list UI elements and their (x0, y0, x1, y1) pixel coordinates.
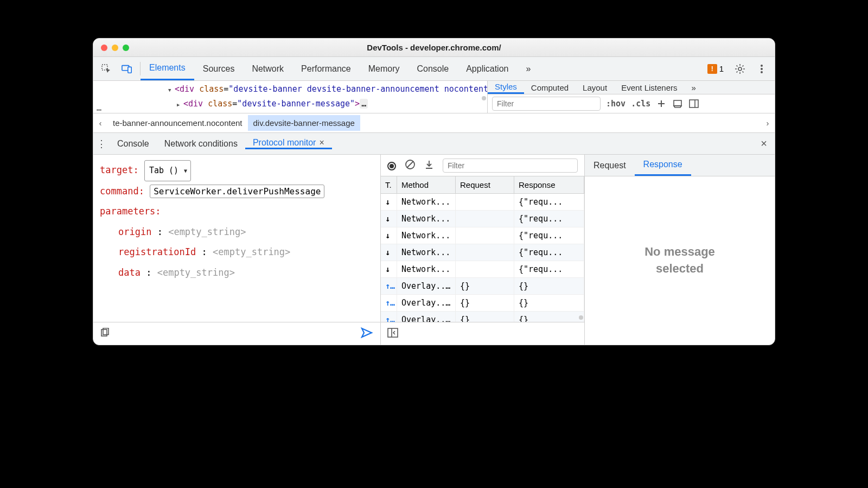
computed-styles-icon[interactable] (672, 98, 683, 109)
tab-application[interactable]: Application (457, 57, 517, 80)
crumb-scroll-left[interactable]: ‹ (93, 118, 107, 128)
download-icon[interactable] (424, 160, 434, 171)
toggle-detail-pane-icon[interactable] (387, 328, 398, 339)
message-detail-panel: Request Response No messageselected (585, 155, 775, 345)
message-method: Network... (397, 261, 456, 277)
device-toolbar-icon[interactable] (122, 64, 132, 74)
detail-tab-request[interactable]: Request (585, 155, 635, 176)
message-direction-icon: ↓ (381, 227, 397, 244)
message-row[interactable]: ↑↓Overlay....{}{} (381, 295, 584, 312)
drawer-tab-console[interactable]: Console (110, 139, 157, 149)
warnings-badge[interactable]: ! 1 (707, 64, 724, 74)
styles-tab-eventlisteners[interactable]: Event Listeners (614, 81, 684, 94)
message-response: {"requ... (514, 261, 584, 277)
main-toolbar: Elements Sources Network Performance Mem… (93, 57, 775, 81)
message-response: {"requ... (514, 244, 584, 261)
param-name: registrationId (118, 246, 196, 257)
svg-point-4 (761, 65, 763, 67)
close-tab-icon[interactable]: × (319, 138, 324, 148)
tab-elements[interactable]: Elements (141, 57, 194, 80)
clear-icon[interactable] (405, 159, 416, 172)
target-label: target: (100, 164, 139, 175)
dom-ellipsis: … (97, 103, 101, 113)
param-value[interactable]: <empty_string> (213, 246, 290, 257)
drawer-menu-icon[interactable]: ⋮ (93, 138, 110, 150)
svg-rect-8 (690, 100, 698, 107)
kebab-menu-icon[interactable] (756, 64, 767, 74)
cls-toggle[interactable]: .cls (631, 99, 650, 109)
message-response: {} (514, 278, 584, 294)
crumb-scroll-right[interactable]: › (761, 118, 775, 128)
message-method: Network... (397, 227, 456, 244)
close-window-button[interactable] (101, 45, 107, 51)
message-method: Network... (397, 244, 456, 261)
scrollbar-thumb[interactable] (482, 96, 486, 100)
message-request: {} (456, 278, 514, 294)
message-method: Network... (397, 211, 456, 227)
send-command-icon[interactable] (361, 327, 374, 340)
message-row[interactable]: ↑↓Overlay....{}{} (381, 278, 584, 295)
styles-tab-layout[interactable]: Layout (576, 81, 614, 94)
message-row[interactable]: ↓Network...{"requ... (381, 211, 584, 227)
styles-tab-styles[interactable]: Styles (488, 81, 524, 94)
message-direction-icon: ↑↓ (381, 312, 397, 322)
message-request (456, 244, 514, 261)
message-response: {} (514, 312, 584, 322)
drawer-tab-network-conditions[interactable]: Network conditions (157, 139, 245, 149)
new-style-rule-icon[interactable] (656, 98, 667, 109)
target-select[interactable]: Tab () (144, 160, 191, 181)
message-request (456, 194, 514, 210)
window-title: DevTools - developer.chrome.com/ (93, 43, 775, 52)
command-label: command: (100, 186, 144, 197)
tab-memory[interactable]: Memory (360, 57, 409, 80)
tab-console[interactable]: Console (408, 57, 457, 80)
messages-panel: T. Method Request Response ↓Network...{"… (381, 155, 585, 345)
param-value[interactable]: <empty_string> (157, 267, 235, 278)
message-response: {} (514, 295, 584, 311)
crumb-item[interactable]: te-banner-announcement.nocontent (107, 115, 248, 131)
message-method: Overlay.... (397, 312, 456, 322)
message-row[interactable]: ↓Network...{"requ... (381, 194, 584, 211)
svg-line-13 (407, 161, 413, 168)
tab-sources[interactable]: Sources (194, 57, 244, 80)
inspect-element-icon[interactable] (101, 64, 112, 74)
message-direction-icon: ↑↓ (381, 295, 397, 311)
styles-filter-input[interactable] (492, 97, 601, 111)
hov-toggle[interactable]: :hov (606, 99, 626, 109)
crumb-item-selected[interactable]: div.devsite-banner-message (248, 115, 360, 131)
message-row[interactable]: ↓Network...{"requ... (381, 244, 584, 261)
messages-header: T. Method Request Response (381, 176, 584, 194)
message-response: {"requ... (514, 227, 584, 244)
toggle-sidebar-icon[interactable] (688, 98, 699, 109)
message-row[interactable]: ↓Network...{"requ... (381, 227, 584, 244)
message-row[interactable]: ↑↓Overlay....{}{} (381, 312, 584, 322)
message-request (456, 211, 514, 227)
svg-point-5 (761, 68, 763, 70)
message-row[interactable]: ↓Network...{"requ... (381, 261, 584, 278)
svg-rect-7 (674, 100, 681, 106)
traffic-lights (101, 45, 129, 51)
message-direction-icon: ↓ (381, 194, 397, 210)
svg-point-3 (738, 67, 742, 71)
zoom-window-button[interactable] (123, 45, 129, 51)
settings-icon[interactable] (735, 64, 745, 74)
record-toggle-icon[interactable] (387, 161, 396, 170)
scrollbar-thumb[interactable] (579, 315, 583, 320)
tab-performance[interactable]: Performance (292, 57, 360, 80)
messages-filter-input[interactable] (443, 159, 578, 173)
copy-command-icon[interactable] (100, 328, 110, 340)
minimize-window-button[interactable] (112, 45, 118, 51)
tab-network[interactable]: Network (243, 57, 292, 80)
drawer-close-icon[interactable]: × (753, 137, 775, 150)
dom-tree-panel[interactable]: <div class="devsite-banner devsite-banne… (93, 81, 487, 113)
param-value[interactable]: <empty_string> (168, 226, 246, 237)
detail-tab-response[interactable]: Response (635, 155, 691, 176)
tabs-overflow[interactable]: » (517, 57, 539, 80)
command-editor-panel: target: Tab () command: ServiceWorker.de… (93, 155, 381, 345)
drawer-tab-protocol-monitor[interactable]: Protocol monitor × (245, 138, 332, 149)
styles-tab-computed[interactable]: Computed (524, 81, 576, 94)
message-direction-icon: ↓ (381, 261, 397, 277)
breadcrumb: ‹ te-banner-announcement.nocontent div.d… (93, 113, 775, 133)
styles-tabs-overflow[interactable]: » (685, 81, 703, 94)
command-input[interactable]: ServiceWorker.deliverPushMessage (150, 185, 324, 198)
